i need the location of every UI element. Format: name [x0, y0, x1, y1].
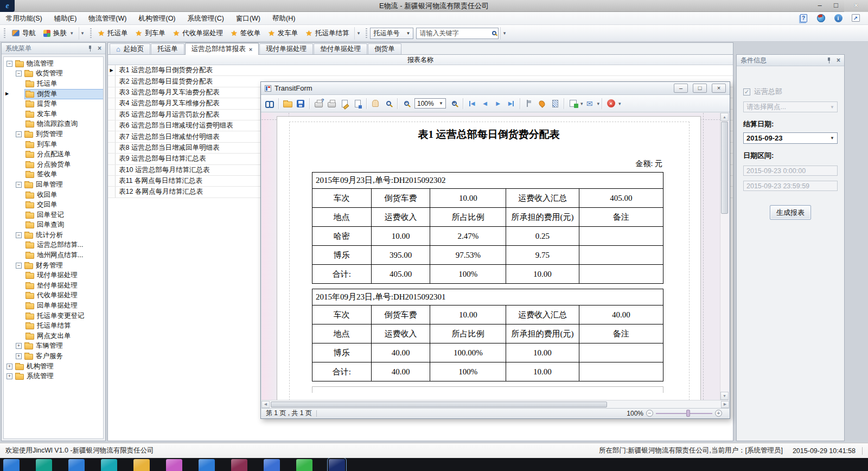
- report-row-1[interactable]: ▶表1 运营总部每日倒货费分配表: [108, 65, 733, 76]
- tree-item-13[interactable]: −回单管理: [4, 180, 103, 190]
- tree-expander[interactable]: +: [7, 373, 12, 379]
- search-icon[interactable]: [492, 31, 496, 35]
- tree-item-7[interactable]: 物流跟踪查询: [4, 119, 103, 130]
- search-input[interactable]: [419, 29, 492, 37]
- tree-item-6[interactable]: 发车单: [4, 109, 103, 119]
- minimize-button[interactable]: –: [812, 0, 828, 12]
- preview-horizontal-scrollbar[interactable]: ◀ ▶: [261, 400, 729, 408]
- zoom-slider[interactable]: [656, 410, 712, 417]
- taskbar-app-11[interactable]: [329, 459, 345, 471]
- hq-checkbox[interactable]: ✓: [743, 88, 750, 96]
- tree-item-15[interactable]: 交回单: [4, 200, 103, 210]
- report-list-header[interactable]: 报表名称: [108, 55, 733, 65]
- tree-expander[interactable]: −: [16, 182, 22, 188]
- favorite-button-3[interactable]: ★代收单据处理: [169, 27, 227, 40]
- skin-button[interactable]: 换肤 ▾: [40, 27, 77, 40]
- tree-item-4[interactable]: 倒货单▶: [4, 89, 103, 99]
- close-button[interactable]: ×: [844, 0, 868, 12]
- taskbar-app-7[interactable]: [199, 459, 215, 471]
- tree-item-31[interactable]: +机构管理: [4, 361, 103, 372]
- taskbar-app-4[interactable]: [101, 459, 117, 471]
- generate-report-button[interactable]: 生成报表: [770, 205, 811, 220]
- email-button[interactable]: ✉: [583, 97, 596, 110]
- taskbar-app-5[interactable]: [133, 459, 150, 471]
- transit-title-bar[interactable]: TransitForm – □ ×: [261, 82, 730, 95]
- tree-item-19[interactable]: 运营总部结算...: [4, 240, 103, 251]
- tree-item-14[interactable]: 收回单: [4, 190, 103, 200]
- tree-item-1[interactable]: −物流管理: [4, 59, 103, 69]
- zoom-out-icon[interactable]: −: [646, 410, 653, 417]
- first-page-button[interactable]: ◀: [465, 97, 478, 110]
- favorite-button-5[interactable]: ★发车单: [264, 27, 302, 40]
- zoom-out-button[interactable]: −: [400, 97, 413, 110]
- tree-item-22[interactable]: 现付单据处理: [4, 270, 103, 281]
- parameters-button[interactable]: [535, 97, 548, 110]
- scroll-right-icon[interactable]: ▶: [721, 401, 729, 408]
- tree-item-28[interactable]: 网点支出单: [4, 331, 103, 341]
- taskbar-app-9[interactable]: [264, 459, 280, 471]
- open-button[interactable]: [281, 97, 294, 110]
- preview-vertical-scrollbar[interactable]: ▲ ▼: [720, 113, 729, 400]
- taskbar-app-10[interactable]: [296, 459, 312, 471]
- scroll-up-icon[interactable]: ▲: [720, 113, 729, 121]
- tree-expander[interactable]: −: [7, 61, 12, 67]
- scroll-down-icon[interactable]: ▼: [720, 392, 729, 400]
- tree-item-9[interactable]: 到车单: [4, 139, 103, 150]
- tree-expander[interactable]: −: [16, 263, 22, 269]
- tree-item-27[interactable]: 托运单结算: [4, 321, 103, 331]
- menu-item-6[interactable]: 窗口(W): [230, 12, 266, 25]
- info-button[interactable]: i: [833, 13, 843, 23]
- bookmarks-button[interactable]: [522, 97, 535, 110]
- print-settings-button[interactable]: [312, 97, 325, 110]
- tree-item-25[interactable]: 回单单据处理: [4, 301, 103, 311]
- zoom-select[interactable]: 100% ▼: [414, 98, 446, 109]
- sidebar-close-icon[interactable]: ×: [98, 44, 101, 52]
- tree-expander[interactable]: −: [16, 131, 22, 137]
- page-design-button[interactable]: [338, 97, 351, 110]
- vertical-scroll-thumb[interactable]: [721, 122, 728, 214]
- taskbar-app-1[interactable]: [3, 459, 20, 471]
- page-setup-button[interactable]: [351, 97, 364, 110]
- tree-item-11[interactable]: 分点验货单: [4, 160, 103, 170]
- favorite-button-1[interactable]: ★托运单: [94, 27, 132, 40]
- tree-item-21[interactable]: −财务管理: [4, 260, 103, 271]
- transit-close-button[interactable]: ×: [712, 84, 726, 93]
- menu-item-5[interactable]: 系统管理(C): [182, 12, 230, 25]
- tree-item-2[interactable]: −收货管理: [4, 69, 103, 79]
- taskbar-app-2[interactable]: [36, 459, 52, 471]
- restore-button[interactable]: □: [828, 0, 844, 12]
- tree-expander[interactable]: +: [16, 353, 22, 359]
- favorite-button-4[interactable]: ★签收单: [227, 27, 264, 40]
- range-end-field[interactable]: 2015-09-23 23:59:59: [743, 181, 838, 191]
- menu-item-1[interactable]: 常用功能(S): [0, 12, 48, 25]
- tree-item-3[interactable]: 托运单: [4, 79, 103, 89]
- zoom-tool-button[interactable]: [382, 97, 395, 110]
- tree-item-12[interactable]: 签收单: [4, 170, 103, 180]
- toolbar-more-button[interactable]: ▾: [618, 101, 621, 106]
- tree-item-8[interactable]: −到货管理: [4, 129, 103, 139]
- globe-button[interactable]: [816, 13, 826, 23]
- tab-5[interactable]: 垫付单据处理: [314, 43, 367, 54]
- editor-button[interactable]: [548, 97, 561, 110]
- favorites-overflow-button[interactable]: ▾: [354, 27, 362, 40]
- help-book-button[interactable]: ?: [799, 13, 808, 23]
- range-start-field[interactable]: 2015-09-23 0:00:00: [743, 166, 838, 176]
- previous-page-button[interactable]: ◀: [478, 97, 492, 110]
- taskbar-app-6[interactable]: [166, 459, 182, 471]
- taskbar-app-3[interactable]: [68, 459, 85, 471]
- stats-button[interactable]: ↗: [851, 13, 860, 23]
- tree-expander[interactable]: +: [7, 364, 12, 370]
- tree-item-20[interactable]: 地州网点结算...: [4, 250, 103, 260]
- tree-item-29[interactable]: +车辆管理: [4, 341, 103, 352]
- transit-maximize-button[interactable]: □: [693, 84, 707, 93]
- find-button[interactable]: [263, 97, 276, 110]
- tab-1[interactable]: ⌂起始页: [110, 43, 150, 54]
- zoom-in-icon[interactable]: +: [715, 410, 722, 417]
- tree-item-17[interactable]: 回单查询: [4, 220, 103, 231]
- tree-item-30[interactable]: +客户服务: [4, 351, 103, 361]
- menu-item-3[interactable]: 物流管理(W): [82, 12, 132, 25]
- tree-item-18[interactable]: −统计分析: [4, 230, 103, 240]
- pin-icon[interactable]: [827, 58, 832, 63]
- toolbar-overflow-button[interactable]: ▾: [79, 27, 86, 40]
- toolbar-grip[interactable]: [4, 28, 5, 38]
